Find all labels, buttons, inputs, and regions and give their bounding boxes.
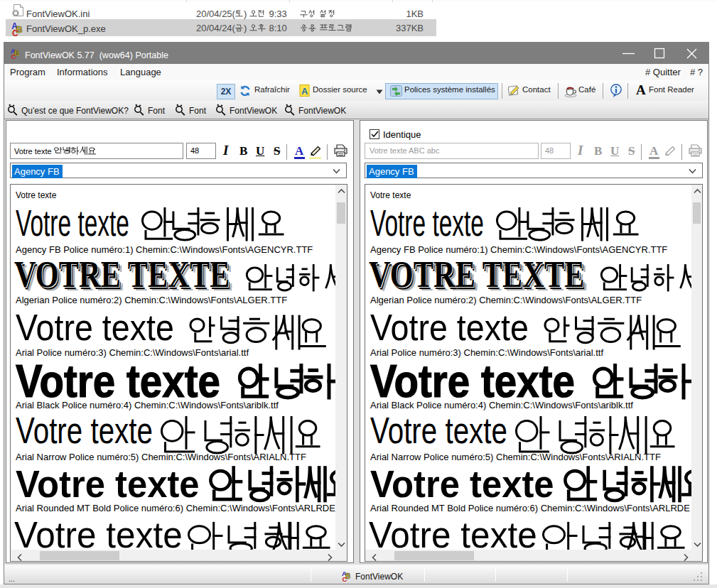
svg-text:C: C	[343, 575, 347, 582]
svg-text:A: A	[301, 86, 308, 97]
svg-text:C: C	[11, 53, 16, 59]
svg-text:C: C	[12, 28, 18, 36]
